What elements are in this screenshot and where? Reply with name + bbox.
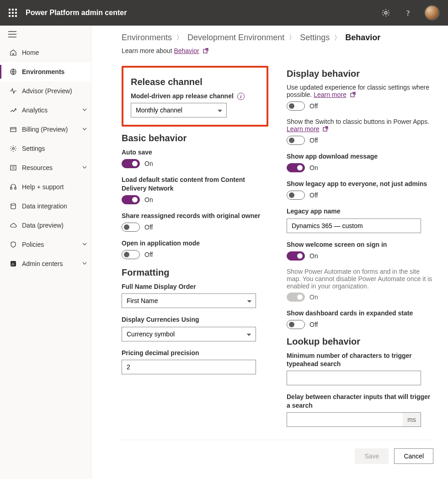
pulse-icon [8,87,18,95]
legacy-app-toggle[interactable] [287,191,305,200]
release-channel-label: Model-driven app release channel i [131,92,259,100]
waffle-icon [9,9,17,17]
basic-behavior-heading: Basic behavior [122,133,268,144]
sidebar-item-settings[interactable]: Settings [0,139,91,158]
save-button: Save [355,448,389,464]
dashboard-cards-toggle[interactable] [287,320,305,329]
learn-more-link[interactable]: Learn more [314,91,347,98]
share-reassigned-label: Share reassigned records with original o… [122,212,268,220]
nav-collapse-button[interactable] [0,27,91,43]
app-launcher-button[interactable] [4,4,22,22]
toggle-state: On [144,160,153,167]
external-link-icon [203,48,208,55]
app-mode-label: Open in application mode [122,239,268,247]
settings-button[interactable] [379,5,393,20]
footer-actions: Save Cancel [122,440,433,479]
top-bar: Power Platform admin center ? [0,0,448,26]
sidebar-item-data-integration[interactable]: Data integration [0,197,91,216]
sidebar-item-environments[interactable]: Environments [0,62,91,81]
release-channel-select[interactable]: Monthly channel [131,103,227,117]
legacy-app-name-label: Legacy app name [287,207,433,215]
external-link-icon [350,91,356,99]
sidebar-item-resources[interactable]: Resources [0,158,91,177]
shield-icon [8,241,18,248]
svg-text:?: ? [406,9,410,17]
hamburger-icon [8,31,16,37]
toggle-state: On [309,293,318,301]
sidebar-item-label: Advisor (Preview) [22,87,87,95]
sidebar-item-policies[interactable]: Policies [0,235,91,254]
sidebar-item-label: Resources [22,164,82,171]
svg-point-7 [12,148,14,149]
currency-display-select[interactable]: Currency symbol [122,327,256,341]
switch-classic-toggle[interactable] [287,136,305,145]
legacy-app-name-input[interactable] [287,218,421,233]
precision-input[interactable] [122,360,256,374]
release-channel-highlight: Release channel Model-driven app release… [122,66,268,127]
svg-rect-8 [11,165,16,170]
toggle-state: On [309,164,318,171]
learn-more-link[interactable]: Learn more [287,125,320,133]
sidebar-item-home[interactable]: Home [0,43,91,62]
app-title: Power Platform admin center [26,9,127,17]
sidebar-item-analytics[interactable]: Analytics [0,101,91,120]
help-icon: ? [405,9,413,17]
dashboard-cards-label: Show dashboard cards in expanded state [287,309,433,317]
toggle-state: Off [144,251,153,258]
headset-icon [8,183,18,191]
chevron-down-icon [82,241,87,248]
toggle-state: Off [144,224,153,231]
download-msg-toggle[interactable] [287,163,305,172]
data-icon [8,202,18,210]
auto-save-toggle[interactable] [122,159,140,168]
topbar-right: ? [379,5,444,21]
updated-exp-toggle[interactable] [287,101,305,111]
sidebar-item-admin-centers[interactable]: A Admin centers [0,254,91,273]
chart-icon [8,106,18,114]
sidebar-item-advisor[interactable]: Advisor (Preview) [0,81,91,101]
sidebar-item-help[interactable]: Help + support [0,177,91,197]
updated-exp-desc: Use updated experience for classic setti… [287,84,433,99]
release-channel-heading: Release channel [131,77,259,87]
breadcrumb: Environments 〉 Development Environment 〉… [122,33,433,43]
main-content: Environments 〉 Development Environment 〉… [91,26,448,479]
chevron-down-icon [82,164,87,171]
help-button[interactable]: ? [401,5,416,20]
toggle-state: On [144,196,153,203]
fullname-order-select[interactable]: First Name [122,293,256,308]
toggle-state: On [309,252,318,260]
svg-rect-9 [11,187,12,189]
welcome-screen-toggle[interactable] [287,251,305,261]
toggle-state: Off [309,102,318,110]
display-behavior-heading: Display behavior [287,69,433,79]
download-msg-label: Show app download message [287,152,433,160]
toggle-state: Off [309,321,318,328]
breadcrumb-item-current: Behavior [345,33,380,43]
chevron-right-icon: 〉 [334,34,341,42]
formatting-heading: Formatting [122,267,268,278]
breadcrumb-item[interactable]: Settings [300,33,330,43]
chevron-down-icon [82,106,87,114]
delay-label: Delay between character inputs that will… [287,393,433,409]
min-chars-label: Minimum number of characters to trigger … [287,351,433,368]
user-avatar[interactable] [424,5,440,21]
billing-icon [8,126,18,133]
breadcrumb-item[interactable]: Environments [122,33,172,43]
cancel-button[interactable]: Cancel [394,448,433,464]
app-mode-toggle[interactable] [122,250,140,259]
sidebar-item-data-preview[interactable]: Data (preview) [0,216,91,235]
breadcrumb-item[interactable]: Development Environment [187,33,284,43]
sidebar-item-billing[interactable]: Billing (Preview) [0,120,91,139]
learn-more-link[interactable]: Behavior [174,47,199,54]
min-chars-input[interactable] [287,371,421,385]
sidebar-item-label: Settings [22,145,87,152]
gear-icon [381,8,390,17]
sidebar-item-label: Billing (Preview) [22,126,82,133]
delay-input[interactable] [287,413,403,426]
chevron-down-icon [82,260,87,267]
share-reassigned-toggle[interactable] [122,223,140,232]
cdn-toggle[interactable] [122,195,140,204]
info-icon[interactable]: i [237,93,245,100]
sidebar-item-label: Policies [22,241,82,248]
svg-rect-10 [15,187,16,189]
